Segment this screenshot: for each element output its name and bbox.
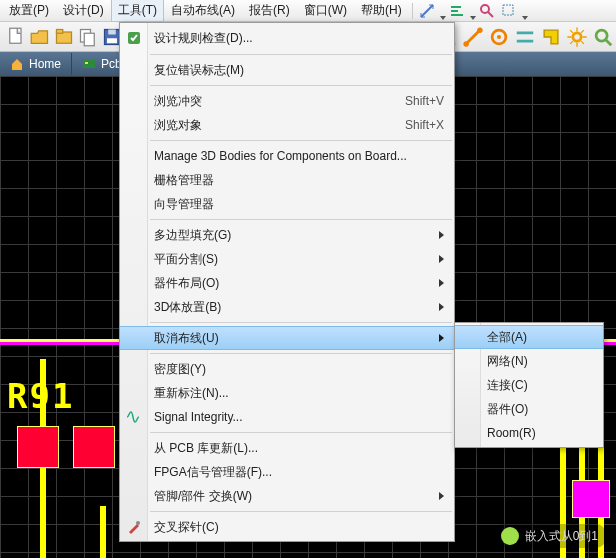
- menu-item-split-plane[interactable]: 平面分割(S): [120, 247, 454, 271]
- menu-item-label: 密度图(Y): [154, 361, 444, 378]
- menu-item-label: Manage 3D Bodies for Components on Board…: [154, 149, 444, 163]
- menu-separator: [150, 140, 452, 141]
- menu-item-guide-manager[interactable]: 向导管理器: [120, 192, 454, 216]
- probe-icon: [126, 519, 142, 535]
- pcb-icon: [82, 57, 96, 71]
- menu-item-polygon-pour[interactable]: 多边型填充(G): [120, 223, 454, 247]
- new-icon[interactable]: [6, 27, 26, 47]
- menu-item-label: 器件布局(O): [154, 275, 429, 292]
- menu-separator: [150, 54, 452, 55]
- via-icon[interactable]: [488, 27, 510, 47]
- gear-icon[interactable]: [566, 27, 588, 47]
- find-similar-icon[interactable]: [479, 3, 495, 19]
- svg-point-14: [477, 27, 483, 33]
- svg-rect-0: [451, 6, 461, 8]
- submenu-item-component[interactable]: 器件(O): [455, 397, 603, 421]
- menu-item-unroute[interactable]: 取消布线(U): [120, 326, 454, 350]
- menu-item-label: 浏览对象: [154, 117, 393, 134]
- submenu-item-all[interactable]: 全部(A): [455, 325, 603, 349]
- menubar: 放置(P) 设计(D) 工具(T) 自动布线(A) 报告(R) 窗口(W) 帮助…: [0, 0, 616, 22]
- menu-item-reannotate[interactable]: 重新标注(N)...: [120, 381, 454, 405]
- submenu-item-room[interactable]: Room(R): [455, 421, 603, 445]
- menu-item-label: 向导管理器: [154, 196, 444, 213]
- menu-item-shortcut: Shift+V: [405, 94, 444, 108]
- menu-separator: [150, 511, 452, 512]
- menu-item-signal-integrity[interactable]: Signal Integrity...: [120, 405, 454, 429]
- drc-icon: [126, 30, 142, 46]
- tools-dropdown: 设计规则检查(D)... 复位错误标志(M) 浏览冲突Shift+V 浏览对象S…: [119, 22, 455, 542]
- menu-place[interactable]: 放置(P): [2, 0, 56, 22]
- selection-icon[interactable]: [501, 3, 517, 19]
- menu-item-label: 3D体放置(B): [154, 299, 429, 316]
- menu-item-browse-violations[interactable]: 浏览冲突Shift+V: [120, 89, 454, 113]
- submenu-item-net[interactable]: 网络(N): [455, 349, 603, 373]
- dropdown-icon[interactable]: [470, 9, 476, 13]
- menu-item-label: FPGA信号管理器(F)...: [154, 464, 444, 481]
- menu-separator: [150, 219, 452, 220]
- menu-window[interactable]: 窗口(W): [297, 0, 354, 22]
- dropdown-icon[interactable]: [440, 9, 446, 13]
- browse-icon[interactable]: [54, 27, 74, 47]
- menu-item-component-placement[interactable]: 器件布局(O): [120, 271, 454, 295]
- menu-item-manage-3d[interactable]: Manage 3D Bodies for Components on Board…: [120, 144, 454, 168]
- inspect-icon[interactable]: [592, 27, 614, 47]
- menu-item-label: 栅格管理器: [154, 172, 444, 189]
- menu-tools[interactable]: 工具(T): [111, 0, 164, 22]
- menu-item-drc[interactable]: 设计规则检查(D)...: [120, 25, 454, 51]
- svg-point-13: [463, 41, 469, 47]
- menu-item-label: 重新标注(N)...: [154, 385, 444, 402]
- si-icon: [126, 409, 142, 425]
- menu-item-cross-probe[interactable]: 交叉探针(C): [120, 515, 454, 539]
- svg-rect-11: [107, 38, 117, 43]
- align-icon[interactable]: [449, 3, 465, 19]
- submenu-item-connection[interactable]: 连接(C): [455, 373, 603, 397]
- open-icon[interactable]: [30, 27, 50, 47]
- home-icon: [10, 57, 24, 71]
- pad: [73, 426, 115, 468]
- svg-rect-19: [83, 60, 95, 68]
- menu-item-label: 多边型填充(G): [154, 227, 429, 244]
- menu-item-density-map[interactable]: 密度图(Y): [120, 357, 454, 381]
- menu-separator: [150, 322, 452, 323]
- svg-rect-9: [84, 33, 94, 46]
- dimension-icon[interactable]: [419, 3, 435, 19]
- menu-item-shortcut: Shift+X: [405, 118, 444, 132]
- svg-point-3: [481, 5, 489, 13]
- menu-help[interactable]: 帮助(H): [354, 0, 409, 22]
- menu-report[interactable]: 报告(R): [242, 0, 297, 22]
- diff-pair-icon[interactable]: [514, 27, 536, 47]
- menu-item-update-from-lib[interactable]: 从 PCB 库更新(L)...: [120, 436, 454, 460]
- submenu-arrow-icon: [439, 334, 444, 342]
- menu-item-label: 器件(O): [487, 401, 528, 418]
- unroute-submenu: 全部(A) 网络(N) 连接(C) 器件(O) Room(R): [454, 322, 604, 448]
- menu-item-label: 全部(A): [487, 329, 527, 346]
- submenu-arrow-icon: [439, 255, 444, 263]
- submenu-arrow-icon: [439, 303, 444, 311]
- menu-item-grid-manager[interactable]: 栅格管理器: [120, 168, 454, 192]
- svg-rect-7: [57, 29, 63, 33]
- menu-item-pin-swap[interactable]: 管脚/部件 交换(W): [120, 484, 454, 508]
- dropdown-icon[interactable]: [522, 9, 528, 13]
- copy-icon[interactable]: [78, 27, 98, 47]
- menu-item-3d-body-placement[interactable]: 3D体放置(B): [120, 295, 454, 319]
- watermark: 嵌入式从0到1: [493, 524, 606, 548]
- menu-item-browse-objects[interactable]: 浏览对象Shift+X: [120, 113, 454, 137]
- svg-rect-1: [451, 10, 458, 12]
- menu-item-label: 设计规则检查(D)...: [154, 30, 444, 47]
- menu-item-label: 连接(C): [487, 377, 528, 394]
- polygon-icon[interactable]: [540, 27, 562, 47]
- svg-point-18: [596, 30, 607, 41]
- menu-item-label: 交叉探针(C): [154, 519, 444, 536]
- watermark-text: 嵌入式从0到1: [525, 528, 598, 545]
- menu-item-reset-error[interactable]: 复位错误标志(M): [120, 58, 454, 82]
- menu-autoroute[interactable]: 自动布线(A): [164, 0, 242, 22]
- menu-item-label: Room(R): [487, 426, 536, 440]
- menu-item-fpga-signal-manager[interactable]: FPGA信号管理器(F)...: [120, 460, 454, 484]
- toolbar-right: [434, 27, 616, 47]
- menu-design[interactable]: 设计(D): [56, 0, 111, 22]
- svg-rect-5: [10, 28, 21, 43]
- menu-item-label: 从 PCB 库更新(L)...: [154, 440, 444, 457]
- wechat-icon: [501, 527, 519, 545]
- net-icon[interactable]: [462, 27, 484, 47]
- tab-home[interactable]: Home: [0, 53, 72, 75]
